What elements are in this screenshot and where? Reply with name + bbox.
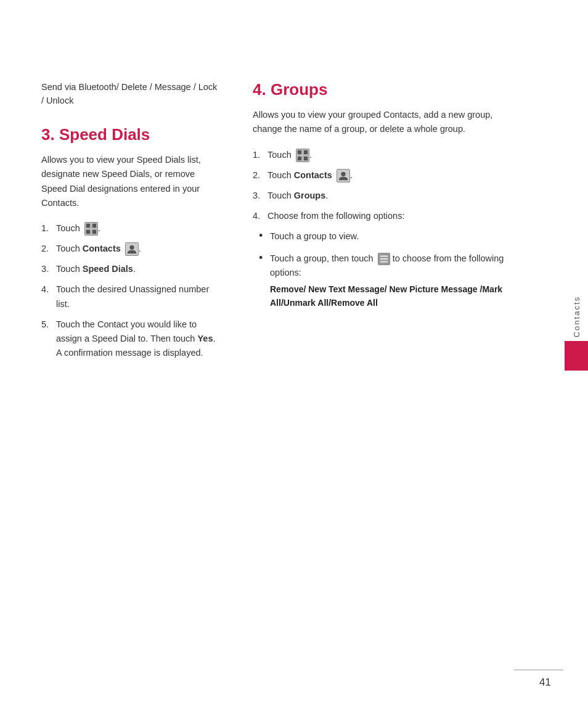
step-content: Choose from the following options: bbox=[267, 209, 518, 223]
step-2: 2. Touch Contacts . bbox=[253, 168, 518, 183]
svg-rect-2 bbox=[86, 230, 90, 234]
sidebar-label: Contacts bbox=[565, 296, 588, 371]
svg-rect-3 bbox=[92, 230, 96, 234]
step-number: 3. bbox=[253, 189, 267, 203]
svg-point-4 bbox=[129, 245, 134, 250]
svg-rect-1 bbox=[92, 224, 96, 228]
sub-text: Remove/ New Text Message/ New Picture Me… bbox=[270, 282, 518, 310]
section4-body: Allows you to view your grouped Contacts… bbox=[253, 108, 518, 136]
section3-steps: 1. Touch . bbox=[41, 221, 222, 361]
app-icon bbox=[296, 149, 309, 162]
bullet-item-1: • Touch a group to view. bbox=[259, 229, 518, 244]
section4-title: 4. Groups bbox=[253, 80, 518, 99]
section3-body: Allows you to view your Speed Dials list… bbox=[41, 153, 222, 210]
svg-rect-0 bbox=[86, 224, 90, 228]
step-number: 1. bbox=[253, 148, 267, 162]
step-number: 3. bbox=[41, 262, 56, 276]
app-icon bbox=[84, 222, 98, 236]
step-content: Touch . bbox=[56, 221, 222, 236]
svg-rect-5 bbox=[298, 150, 301, 154]
step-4: 4. Touch the desired Unassigned number l… bbox=[41, 282, 222, 311]
step-number: 4. bbox=[41, 282, 56, 297]
step-1: 1. Touch . bbox=[253, 148, 518, 162]
step-bold: Contacts bbox=[294, 170, 332, 180]
step-content: Touch Groups. bbox=[267, 189, 518, 203]
step-bold: Speed Dials bbox=[83, 264, 133, 274]
step-content: Touch . bbox=[267, 148, 518, 162]
step-content: Touch the desired Unassigned number list… bbox=[56, 282, 222, 311]
step-content: Touch Contacts . bbox=[267, 168, 518, 183]
svg-point-9 bbox=[341, 172, 345, 176]
menu-icon bbox=[378, 253, 390, 265]
page-container: Send via Bluetooth/ Delete / Message / L… bbox=[0, 0, 588, 706]
page-divider bbox=[514, 670, 563, 670]
intro-text: Send via Bluetooth/ Delete / Message / L… bbox=[41, 80, 222, 108]
svg-rect-7 bbox=[298, 157, 301, 160]
step-5: 5. Touch the Contact you would like to a… bbox=[41, 318, 222, 361]
step-content: Touch Contacts . bbox=[56, 242, 222, 256]
bullet-list: • Touch a group to view. • Touch a group… bbox=[253, 229, 518, 310]
step-4: 4. Choose from the following options: bbox=[253, 209, 518, 223]
section3-title: 3. Speed Dials bbox=[41, 125, 222, 144]
contacts-icon bbox=[337, 169, 350, 183]
sidebar-bar bbox=[565, 341, 588, 371]
svg-rect-6 bbox=[304, 150, 308, 154]
step-1: 1. Touch . bbox=[41, 221, 222, 236]
svg-rect-10 bbox=[380, 255, 388, 257]
step-content: Touch the Contact you would like to assi… bbox=[56, 318, 222, 361]
step-number: 2. bbox=[41, 242, 56, 256]
step-2: 2. Touch Contacts . bbox=[41, 242, 222, 256]
step-bold: Groups bbox=[294, 191, 326, 200]
page-number: 41 bbox=[539, 676, 551, 689]
step-3: 3. Touch Speed Dials. bbox=[41, 262, 222, 276]
step-bold: Yes bbox=[197, 334, 213, 343]
svg-rect-11 bbox=[380, 258, 388, 260]
svg-rect-8 bbox=[304, 157, 308, 160]
step-number: 5. bbox=[41, 318, 56, 332]
step-number: 2. bbox=[253, 168, 267, 183]
bullet-content: Touch a group, then touch to choose from… bbox=[270, 252, 518, 310]
step-number: 4. bbox=[253, 209, 267, 223]
svg-rect-12 bbox=[380, 261, 388, 262]
bullet-dot: • bbox=[259, 252, 270, 265]
sidebar-text: Contacts bbox=[572, 296, 581, 337]
step-3: 3. Touch Groups. bbox=[253, 189, 518, 203]
right-column: 4. Groups Allows you to view your groupe… bbox=[240, 80, 542, 366]
bullet-item-2: • Touch a group, then touch to choose fr… bbox=[259, 252, 518, 310]
step-bold: Contacts bbox=[83, 244, 121, 253]
step-content: Touch Speed Dials. bbox=[56, 262, 222, 276]
bullet-dot: • bbox=[259, 229, 270, 243]
step-number: 1. bbox=[41, 221, 56, 236]
contacts-icon bbox=[125, 242, 139, 256]
section4-steps: 1. Touch . bbox=[253, 148, 518, 224]
two-column-layout: Send via Bluetooth/ Delete / Message / L… bbox=[0, 0, 588, 403]
bullet-content: Touch a group to view. bbox=[270, 229, 518, 244]
left-column: Send via Bluetooth/ Delete / Message / L… bbox=[0, 80, 240, 366]
